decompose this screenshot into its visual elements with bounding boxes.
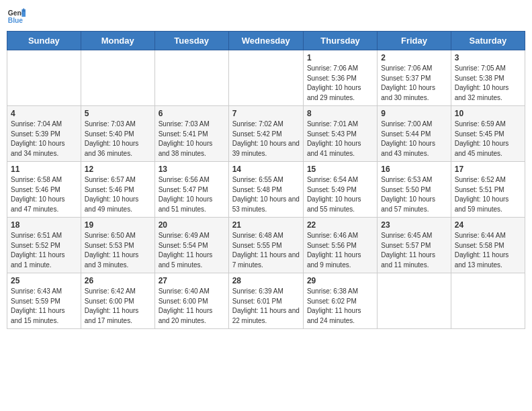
calendar-cell bbox=[451, 273, 525, 329]
calendar-cell: 15Sunrise: 6:54 AM Sunset: 5:49 PM Dayli… bbox=[303, 162, 377, 218]
calendar-cell bbox=[7, 50, 81, 106]
calendar-cell: 8Sunrise: 7:01 AM Sunset: 5:43 PM Daylig… bbox=[303, 106, 377, 162]
calendar-cell: 13Sunrise: 6:56 AM Sunset: 5:47 PM Dayli… bbox=[154, 162, 228, 218]
day-number: 5 bbox=[85, 109, 151, 118]
calendar-cell: 28Sunrise: 6:39 AM Sunset: 6:01 PM Dayli… bbox=[228, 273, 303, 329]
day-number: 1 bbox=[307, 53, 373, 62]
calendar-week-3: 11Sunrise: 6:58 AM Sunset: 5:46 PM Dayli… bbox=[7, 162, 525, 218]
day-number: 16 bbox=[381, 165, 447, 174]
day-info: Sunrise: 6:40 AM Sunset: 6:00 PM Dayligh… bbox=[159, 287, 225, 326]
day-header-thursday: Thursday bbox=[303, 32, 377, 50]
day-number: 26 bbox=[85, 276, 151, 285]
calendar-header: SundayMondayTuesdayWednesdayThursdayFrid… bbox=[7, 32, 525, 50]
calendar-cell: 11Sunrise: 6:58 AM Sunset: 5:46 PM Dayli… bbox=[7, 162, 81, 218]
calendar-cell bbox=[81, 50, 154, 106]
logo-icon: General Blue bbox=[7, 7, 26, 26]
day-info: Sunrise: 6:38 AM Sunset: 6:02 PM Dayligh… bbox=[307, 287, 373, 326]
day-header-friday: Friday bbox=[378, 32, 451, 50]
day-number: 2 bbox=[381, 53, 447, 62]
day-number: 12 bbox=[85, 165, 151, 174]
day-info: Sunrise: 6:56 AM Sunset: 5:47 PM Dayligh… bbox=[159, 175, 225, 214]
calendar-week-5: 25Sunrise: 6:43 AM Sunset: 5:59 PM Dayli… bbox=[7, 273, 525, 329]
calendar-cell: 19Sunrise: 6:50 AM Sunset: 5:53 PM Dayli… bbox=[81, 218, 154, 273]
day-number: 27 bbox=[159, 276, 225, 285]
calendar-cell: 5Sunrise: 7:03 AM Sunset: 5:40 PM Daylig… bbox=[81, 106, 154, 162]
calendar-cell: 1Sunrise: 7:06 AM Sunset: 5:36 PM Daylig… bbox=[303, 50, 377, 106]
day-info: Sunrise: 6:58 AM Sunset: 5:46 PM Dayligh… bbox=[11, 175, 77, 214]
day-number: 13 bbox=[159, 165, 225, 174]
day-info: Sunrise: 6:50 AM Sunset: 5:53 PM Dayligh… bbox=[85, 231, 151, 270]
day-info: Sunrise: 7:04 AM Sunset: 5:39 PM Dayligh… bbox=[11, 120, 77, 158]
day-info: Sunrise: 7:00 AM Sunset: 5:44 PM Dayligh… bbox=[381, 120, 447, 158]
day-number: 23 bbox=[381, 220, 447, 230]
day-number: 17 bbox=[455, 165, 521, 174]
day-info: Sunrise: 6:42 AM Sunset: 6:00 PM Dayligh… bbox=[85, 287, 151, 326]
day-number: 11 bbox=[11, 165, 77, 174]
calendar-cell: 4Sunrise: 7:04 AM Sunset: 5:39 PM Daylig… bbox=[7, 106, 81, 162]
calendar-cell: 17Sunrise: 6:52 AM Sunset: 5:51 PM Dayli… bbox=[451, 162, 525, 218]
calendar-cell: 3Sunrise: 7:05 AM Sunset: 5:38 PM Daylig… bbox=[451, 50, 525, 106]
day-info: Sunrise: 7:03 AM Sunset: 5:40 PM Dayligh… bbox=[85, 120, 151, 158]
day-info: Sunrise: 7:05 AM Sunset: 5:38 PM Dayligh… bbox=[455, 64, 521, 103]
day-number: 21 bbox=[232, 220, 300, 230]
day-info: Sunrise: 6:53 AM Sunset: 5:50 PM Dayligh… bbox=[381, 175, 447, 214]
calendar-cell: 22Sunrise: 6:46 AM Sunset: 5:56 PM Dayli… bbox=[303, 218, 377, 273]
calendar-cell: 29Sunrise: 6:38 AM Sunset: 6:02 PM Dayli… bbox=[303, 273, 377, 329]
day-number: 10 bbox=[455, 109, 521, 118]
day-info: Sunrise: 7:03 AM Sunset: 5:41 PM Dayligh… bbox=[159, 120, 225, 158]
calendar-cell: 7Sunrise: 7:02 AM Sunset: 5:42 PM Daylig… bbox=[228, 106, 303, 162]
day-number: 25 bbox=[11, 276, 77, 285]
calendar-cell: 14Sunrise: 6:55 AM Sunset: 5:48 PM Dayli… bbox=[228, 162, 303, 218]
day-header-saturday: Saturday bbox=[451, 32, 525, 50]
day-number: 29 bbox=[307, 276, 373, 285]
calendar-cell bbox=[378, 273, 451, 329]
day-number: 4 bbox=[11, 109, 77, 118]
day-header-tuesday: Tuesday bbox=[154, 32, 228, 50]
calendar-week-1: 1Sunrise: 7:06 AM Sunset: 5:36 PM Daylig… bbox=[7, 50, 525, 106]
day-number: 20 bbox=[159, 220, 225, 230]
day-info: Sunrise: 6:46 AM Sunset: 5:56 PM Dayligh… bbox=[307, 231, 373, 270]
day-number: 7 bbox=[232, 109, 300, 118]
day-info: Sunrise: 6:51 AM Sunset: 5:52 PM Dayligh… bbox=[11, 231, 77, 270]
day-number: 22 bbox=[307, 220, 373, 230]
calendar-cell: 2Sunrise: 7:06 AM Sunset: 5:37 PM Daylig… bbox=[378, 50, 451, 106]
day-number: 15 bbox=[307, 165, 373, 174]
calendar-cell: 9Sunrise: 7:00 AM Sunset: 5:44 PM Daylig… bbox=[378, 106, 451, 162]
day-info: Sunrise: 7:02 AM Sunset: 5:42 PM Dayligh… bbox=[232, 120, 300, 158]
day-number: 3 bbox=[455, 53, 521, 62]
calendar-week-4: 18Sunrise: 6:51 AM Sunset: 5:52 PM Dayli… bbox=[7, 218, 525, 273]
day-header-sunday: Sunday bbox=[7, 32, 81, 50]
calendar-week-2: 4Sunrise: 7:04 AM Sunset: 5:39 PM Daylig… bbox=[7, 106, 525, 162]
calendar-cell: 27Sunrise: 6:40 AM Sunset: 6:00 PM Dayli… bbox=[154, 273, 228, 329]
day-number: 28 bbox=[232, 276, 300, 285]
day-info: Sunrise: 6:55 AM Sunset: 5:48 PM Dayligh… bbox=[232, 175, 300, 214]
day-info: Sunrise: 6:44 AM Sunset: 5:58 PM Dayligh… bbox=[455, 231, 521, 270]
day-info: Sunrise: 6:48 AM Sunset: 5:55 PM Dayligh… bbox=[232, 231, 300, 270]
day-info: Sunrise: 6:45 AM Sunset: 5:57 PM Dayligh… bbox=[381, 231, 447, 270]
day-info: Sunrise: 6:54 AM Sunset: 5:49 PM Dayligh… bbox=[307, 175, 373, 214]
calendar-cell: 6Sunrise: 7:03 AM Sunset: 5:41 PM Daylig… bbox=[154, 106, 228, 162]
calendar-cell bbox=[228, 50, 303, 106]
day-number: 19 bbox=[85, 220, 151, 230]
day-info: Sunrise: 6:43 AM Sunset: 5:59 PM Dayligh… bbox=[11, 287, 77, 326]
day-info: Sunrise: 6:52 AM Sunset: 5:51 PM Dayligh… bbox=[455, 175, 521, 214]
day-number: 8 bbox=[307, 109, 373, 118]
day-info: Sunrise: 6:49 AM Sunset: 5:54 PM Dayligh… bbox=[159, 231, 225, 270]
day-info: Sunrise: 6:39 AM Sunset: 6:01 PM Dayligh… bbox=[232, 287, 300, 326]
calendar-cell: 26Sunrise: 6:42 AM Sunset: 6:00 PM Dayli… bbox=[81, 273, 154, 329]
day-number: 9 bbox=[381, 109, 447, 118]
logo: General Blue bbox=[7, 7, 27, 26]
calendar-cell: 10Sunrise: 6:59 AM Sunset: 5:45 PM Dayli… bbox=[451, 106, 525, 162]
calendar-cell: 12Sunrise: 6:57 AM Sunset: 5:46 PM Dayli… bbox=[81, 162, 154, 218]
page-header: General Blue bbox=[7, 7, 525, 26]
day-info: Sunrise: 6:57 AM Sunset: 5:46 PM Dayligh… bbox=[85, 175, 151, 214]
day-info: Sunrise: 6:59 AM Sunset: 5:45 PM Dayligh… bbox=[455, 120, 521, 158]
calendar-body: 1Sunrise: 7:06 AM Sunset: 5:36 PM Daylig… bbox=[7, 50, 525, 329]
day-info: Sunrise: 7:01 AM Sunset: 5:43 PM Dayligh… bbox=[307, 120, 373, 158]
calendar-table: SundayMondayTuesdayWednesdayThursdayFrid… bbox=[7, 31, 525, 329]
calendar-cell bbox=[154, 50, 228, 106]
day-number: 24 bbox=[455, 220, 521, 230]
svg-text:Blue: Blue bbox=[8, 17, 24, 24]
day-header-monday: Monday bbox=[81, 32, 154, 50]
calendar-cell: 16Sunrise: 6:53 AM Sunset: 5:50 PM Dayli… bbox=[378, 162, 451, 218]
